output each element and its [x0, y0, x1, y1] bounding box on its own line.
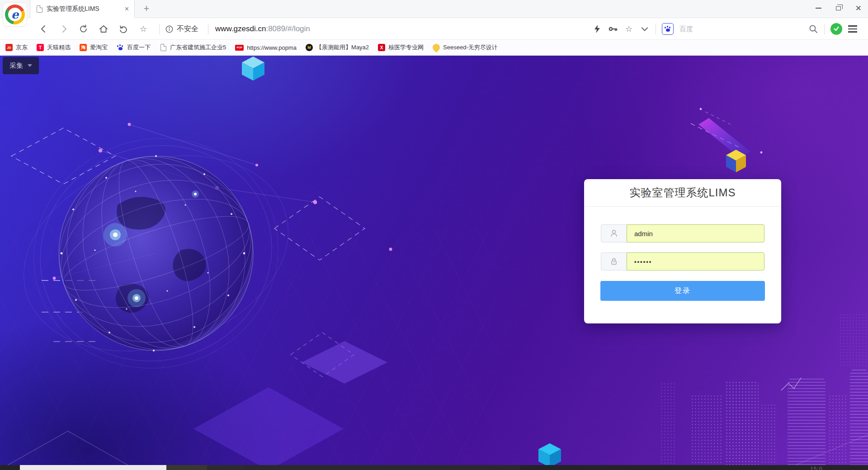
password-key-icon[interactable] [608, 24, 618, 34]
address-bar[interactable]: www.gzesdi.cn:8089/#/login [215, 18, 310, 40]
taskbar-icon-smudge [207, 465, 244, 470]
page-content: 采集 实验室管理系统LIMS 登录 [0, 56, 868, 465]
url-host: www.gzesdi.cn [215, 24, 266, 33]
bookmark-favicon-square: JD [5, 44, 13, 51]
building-texture [660, 382, 675, 465]
home-icon[interactable] [99, 24, 108, 34]
browser-logo-ring: e [5, 5, 25, 24]
collect-label: 采集 [9, 62, 23, 70]
flash-lightning-icon[interactable] [592, 24, 602, 34]
url-path: :8089/#/login [266, 24, 310, 33]
building-texture [760, 404, 778, 465]
bookmark-item[interactable]: JD京东 [5, 43, 28, 52]
minimize-icon[interactable] [816, 8, 821, 9]
info-icon [165, 25, 173, 33]
toolbar: ☆ 不安全 www.gzesdi.cn:8089/#/login ☆ 百度 [0, 18, 868, 40]
taskbar-search-strip[interactable] [20, 465, 166, 470]
restore-icon[interactable] [836, 6, 841, 10]
baidu-search-icon[interactable] [662, 23, 674, 35]
bookmark-label: 天猫精选 [47, 43, 71, 52]
security-status-icon[interactable] [830, 23, 842, 35]
chevron-down-icon[interactable] [640, 24, 650, 34]
login-button[interactable]: 登录 [600, 281, 765, 301]
password-input[interactable] [627, 252, 764, 271]
bookmark-label: 百度一下 [127, 43, 151, 52]
toolbar-divider-2 [208, 18, 208, 40]
divider [656, 24, 656, 34]
bookmark-star-icon[interactable]: ☆ [624, 24, 634, 34]
bookmark-favicon-seed [431, 43, 442, 53]
bookmark-favicon-page [160, 44, 167, 51]
bookmark-favicon-paw [117, 44, 124, 51]
favorite-star-icon[interactable]: ☆ [138, 24, 148, 34]
bookmark-item[interactable]: M【亲测能用】Maya2 [306, 43, 369, 52]
tab-strip: e 实验管理系统LIMS × + ✕ [0, 0, 868, 18]
search-icon[interactable] [808, 24, 818, 34]
bookmarks-bar: JD京东T天猫精选淘爱淘宝百度一下广东省建筑施工企业5POPhttps://ww… [0, 40, 868, 56]
forward-icon[interactable] [59, 24, 69, 34]
bookmark-label: 核医学专业网 [388, 43, 424, 52]
caret-down-icon [28, 64, 32, 67]
cube-top [242, 57, 264, 81]
search-engine-label[interactable]: 百度 [679, 25, 693, 33]
taskbar-icon-smudge [244, 465, 520, 470]
bookmark-item[interactable]: Seeseed-无穷尽设计 [433, 43, 498, 52]
bookmark-item[interactable]: 淘爱淘宝 [80, 43, 108, 52]
login-title: 实验室管理系统LIMS [584, 179, 781, 207]
user-icon [601, 224, 627, 242]
new-tab-button[interactable]: + [141, 3, 152, 14]
lock-icon [601, 252, 627, 271]
bookmark-label: https://www.popma [247, 44, 297, 51]
menu-icon[interactable] [848, 25, 857, 32]
bookmark-favicon-square: X [378, 44, 385, 51]
tab-title: 实验管理系统LIMS [47, 5, 124, 13]
username-row [601, 224, 764, 242]
collect-dropdown-button[interactable]: 采集 [3, 57, 39, 74]
taskbar-edge[interactable]: 15:0 [0, 465, 868, 470]
nav-icons: ☆ [39, 18, 148, 40]
back-icon[interactable] [39, 24, 49, 34]
bookmark-label: 【亲测能用】Maya2 [316, 43, 369, 52]
building-texture [725, 381, 759, 465]
security-label: 不安全 [177, 24, 198, 34]
tab-active[interactable]: 实验管理系统LIMS × [30, 0, 135, 18]
tab-favicon-page-icon [37, 5, 42, 13]
bookmark-item[interactable]: T天猫精选 [37, 43, 71, 52]
building-texture [691, 394, 723, 465]
toolbar-right [808, 18, 857, 40]
refresh-icon[interactable] [79, 24, 89, 34]
toolbar-divider [159, 18, 160, 40]
password-row [601, 252, 764, 271]
browser-logo-letter: e [8, 8, 22, 21]
bookmark-favicon-circle: M [306, 44, 313, 51]
bookmark-favicon-square: 淘 [80, 44, 87, 51]
close-icon[interactable]: ✕ [855, 5, 862, 12]
address-bar-actions: ☆ 百度 [592, 18, 693, 40]
browser-logo[interactable]: e [3, 2, 27, 27]
bookmark-item[interactable]: X核医学专业网 [378, 43, 424, 52]
taskbar-icon-smudge [166, 465, 207, 470]
paw-icon [118, 45, 123, 50]
bookmark-item[interactable]: 百度一下 [117, 43, 151, 52]
building-texture [839, 313, 868, 367]
bookmark-label: 爱淘宝 [90, 43, 108, 52]
undo-icon[interactable] [118, 24, 128, 34]
bookmark-label: 京东 [16, 43, 28, 52]
window-controls: ✕ [816, 0, 862, 16]
username-input[interactable] [627, 224, 764, 242]
bookmark-item[interactable]: POPhttps://www.popma [235, 44, 297, 51]
cube-bottom [538, 443, 561, 465]
building-coil-texture [850, 367, 868, 465]
divider [824, 24, 825, 34]
bookmark-favicon-square: T [37, 44, 44, 51]
page-icon [160, 44, 166, 51]
bookmark-label: Seeseed-无穷尽设计 [443, 43, 498, 52]
building-coil-texture [788, 376, 826, 465]
tab-close-icon[interactable]: × [124, 5, 130, 13]
security-indicator[interactable]: 不安全 [165, 18, 198, 40]
taskbar-clock: 15:0 [810, 466, 822, 470]
login-card: 实验室管理系统LIMS 登录 [584, 179, 781, 323]
bookmark-favicon-badge: POP [235, 45, 244, 51]
bookmark-item[interactable]: 广东省建筑施工企业5 [160, 43, 226, 52]
building-texture [828, 394, 848, 465]
